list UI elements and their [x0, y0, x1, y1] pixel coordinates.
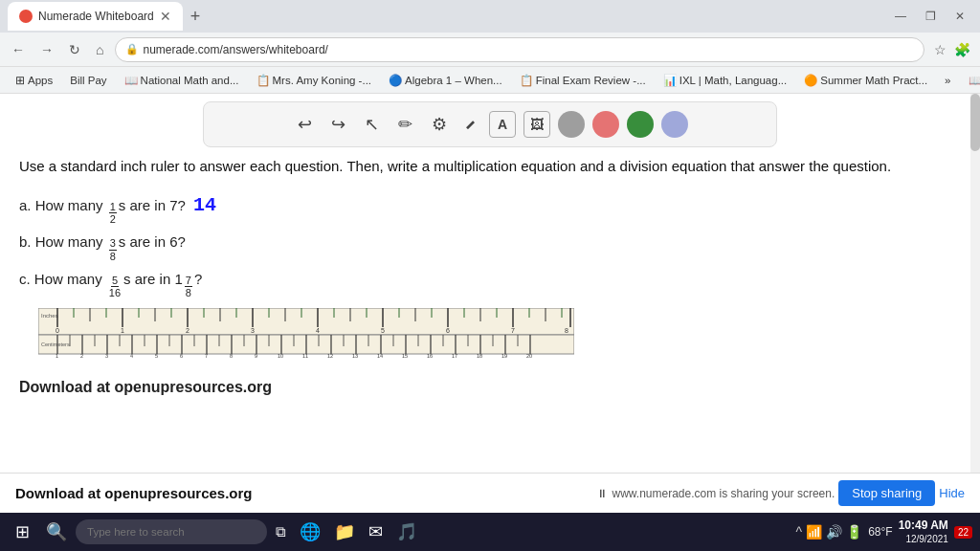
svg-text:3: 3 — [105, 353, 108, 359]
question-a-label: a. How many — [19, 194, 107, 217]
question-a-suffix: s are in 7? — [119, 194, 189, 217]
svg-text:Centimeters: Centimeters — [41, 342, 70, 347]
color-purple[interactable] — [661, 111, 688, 138]
line-tool-button[interactable]: ━ — [455, 108, 488, 142]
svg-text:20: 20 — [526, 353, 532, 359]
bookmark-summermath[interactable]: 🟠 Summer Math Pract... — [796, 72, 935, 89]
svg-text:5: 5 — [381, 327, 385, 334]
bookmark-readinglist[interactable]: 📖 Reading list — [961, 72, 981, 89]
bookmark-amykoning[interactable]: 📋 Mrs. Amy Koning -... — [249, 72, 380, 89]
active-tab[interactable]: Numerade Whiteboard ✕ — [8, 2, 183, 31]
svg-text:18: 18 — [477, 353, 482, 359]
refresh-button[interactable]: ↻ — [65, 40, 84, 59]
window-controls: — ❐ ✕ — [887, 8, 972, 25]
color-green[interactable] — [627, 111, 654, 138]
bookmark-nationalmath[interactable]: 📖 National Math and... — [117, 72, 247, 89]
sharing-info: ⏸ www.numerade.com is sharing your scree… — [596, 480, 965, 506]
new-tab-button[interactable]: + — [183, 7, 209, 27]
tab-close-button[interactable]: ✕ — [160, 9, 171, 24]
svg-text:1: 1 — [121, 327, 124, 334]
network-icon[interactable]: 📶 — [806, 524, 822, 540]
chrome-taskbar-icon[interactable]: 🌐 — [295, 519, 325, 544]
svg-text:16: 16 — [427, 353, 433, 359]
system-tray: ^ 📶 🔊 🔋 — [796, 524, 863, 540]
bookmark-ixl[interactable]: 📊 IXL | Math, Languag... — [656, 72, 795, 89]
bookmark-algebra[interactable]: 🔵 Algebra 1 – When... — [381, 72, 510, 89]
star-icon[interactable]: ☆ — [932, 40, 948, 59]
scrollbar-thumb[interactable] — [970, 94, 980, 151]
fraction-a: 1 2 — [109, 201, 117, 225]
address-bar: ← → ↻ ⌂ 🔒 numerade.com/answers/whiteboar… — [0, 33, 980, 67]
forward-button[interactable]: → — [36, 40, 57, 59]
svg-text:19: 19 — [501, 353, 507, 359]
pencil-tool-button[interactable]: ✏ — [392, 110, 418, 139]
color-pink[interactable] — [592, 111, 619, 138]
stop-sharing-button[interactable]: Stop sharing — [838, 480, 935, 506]
svg-rect-0 — [38, 308, 574, 335]
question-b-suffix: s are in 6? — [119, 231, 186, 253]
media-taskbar-icon[interactable]: 🎵 — [391, 519, 422, 544]
address-bar-icons: ☆ 🧩 — [932, 40, 972, 59]
hide-button[interactable]: Hide — [939, 486, 965, 500]
volume-icon[interactable]: 🔊 — [826, 524, 842, 540]
answer-a-handwritten: 14 — [193, 190, 216, 221]
question-c-label: c. How many — [19, 268, 106, 291]
svg-text:Inches: Inches — [41, 313, 58, 319]
time-display: 10:49 AM — [899, 518, 948, 534]
svg-text:6: 6 — [446, 327, 450, 334]
mail-taskbar-icon[interactable]: ✉ — [364, 519, 388, 544]
redo-button[interactable]: ↪ — [325, 110, 351, 139]
home-button[interactable]: ⌂ — [92, 40, 107, 59]
svg-text:10: 10 — [278, 353, 283, 359]
whiteboard-toolbar: ↩ ↪ ↖ ✏ ⚙ ━ A 🖼 — [203, 101, 777, 147]
whiteboard-content: Use a standard inch ruler to answer each… — [0, 155, 980, 513]
bookmark-more[interactable]: » — [937, 73, 958, 88]
svg-text:11: 11 — [302, 353, 308, 359]
maximize-button[interactable]: ❐ — [918, 8, 944, 25]
bookmark-billpay[interactable]: Bill Pay — [62, 73, 114, 88]
instructions-text: Use a standard inch ruler to answer each… — [19, 155, 961, 177]
tab-favicon — [19, 10, 33, 23]
browser-titlebar: Numerade Whiteboard ✕ + — ❐ ✕ — [0, 0, 980, 33]
minimize-button[interactable]: — — [887, 8, 914, 25]
svg-text:12: 12 — [327, 353, 333, 359]
svg-text:2: 2 — [80, 353, 83, 359]
chevron-icon[interactable]: ^ — [796, 524, 803, 540]
date-display: 12/9/2021 — [899, 533, 948, 545]
close-button[interactable]: ✕ — [947, 8, 972, 25]
tab-title: Numerade Whiteboard — [38, 10, 154, 23]
scrollbar[interactable] — [970, 94, 980, 513]
svg-text:8: 8 — [230, 353, 233, 359]
svg-text:0: 0 — [56, 327, 59, 334]
svg-text:1: 1 — [56, 353, 58, 359]
search-taskbar-icon[interactable]: 🔍 — [41, 519, 72, 544]
temperature-display: 68°F — [868, 525, 892, 539]
extensions-icon[interactable]: 🧩 — [952, 40, 972, 59]
content-area: ↩ ↪ ↖ ✏ ⚙ ━ A 🖼 Use a standard inch rule… — [0, 94, 980, 513]
bookmark-apps[interactable]: ⊞ Apps — [8, 72, 60, 89]
sharing-status-text: www.numerade.com is sharing your screen. — [612, 487, 835, 500]
tab-bar: Numerade Whiteboard ✕ + — [8, 0, 883, 33]
svg-text:17: 17 — [452, 353, 457, 359]
url-box[interactable]: 🔒 numerade.com/answers/whiteboard/ — [115, 37, 924, 62]
svg-text:7: 7 — [511, 327, 515, 334]
question-b: b. How many 3 8 s are in 6? — [19, 231, 961, 261]
select-tool-button[interactable]: ↖ — [359, 110, 385, 139]
notification-badge[interactable]: 22 — [954, 526, 972, 539]
bookmark-finalexam[interactable]: 📋 Final Exam Review -... — [512, 72, 654, 89]
taskbar: ⊞ 🔍 ⧉ 🌐 📁 ✉ 🎵 ^ 📶 🔊 🔋 68°F 10:49 AM 12/9… — [0, 513, 980, 551]
question-a: a. How many 1 2 s are in 7? 14 — [19, 190, 961, 225]
files-taskbar-icon[interactable]: 📁 — [329, 519, 360, 544]
clock[interactable]: 10:49 AM 12/9/2021 — [899, 518, 948, 546]
taskbar-search-input[interactable] — [76, 519, 267, 544]
taskview-icon[interactable]: ⧉ — [271, 521, 291, 542]
color-gray[interactable] — [558, 111, 585, 138]
text-tool-button[interactable]: A — [489, 111, 516, 138]
battery-icon[interactable]: 🔋 — [846, 524, 862, 540]
start-button[interactable]: ⊞ — [8, 519, 37, 544]
back-button[interactable]: ← — [8, 40, 29, 59]
tools-button[interactable]: ⚙ — [426, 110, 453, 139]
image-tool-button[interactable]: 🖼 — [523, 111, 550, 138]
svg-text:14: 14 — [377, 353, 383, 359]
undo-button[interactable]: ↩ — [292, 110, 318, 139]
